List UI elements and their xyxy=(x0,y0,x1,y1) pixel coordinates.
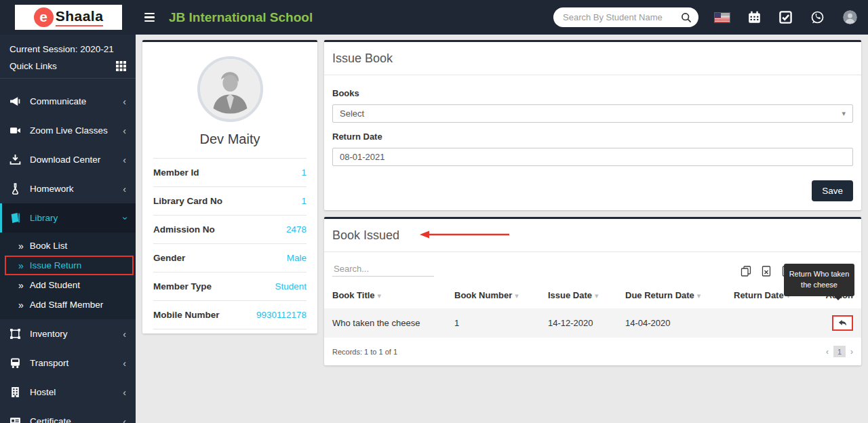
submenu-item-label: Add Staff Member xyxy=(30,300,104,310)
field-label: Gender xyxy=(153,253,185,263)
video-camera-icon xyxy=(9,125,21,136)
dropdown-caret-icon xyxy=(842,109,846,118)
save-button[interactable]: Save xyxy=(812,180,853,201)
user-avatar[interactable] xyxy=(843,10,857,24)
school-name: JB International School xyxy=(169,10,313,25)
col-book-number[interactable]: Book Number xyxy=(446,282,540,308)
chevron-left-icon xyxy=(123,126,126,136)
books-label: Books xyxy=(332,88,853,98)
field-label: Mobile Number xyxy=(153,310,220,320)
sidebar-item-communicate[interactable]: Communicate xyxy=(0,87,136,116)
col-due-return-date[interactable]: Due Return Date xyxy=(617,282,726,308)
top-header: e Shaala JB International School xyxy=(0,0,868,35)
chevron-left-icon xyxy=(123,359,126,368)
sidebar-item-hostel[interactable]: Hostel xyxy=(0,378,136,407)
cell-book-title: Who taken the cheese xyxy=(324,308,446,338)
books-select-value: Select xyxy=(340,108,364,119)
chevron-left-icon xyxy=(123,388,126,397)
cell-issue-date: 14-12-2020 xyxy=(540,308,617,338)
logo-text: Shaala xyxy=(56,8,104,26)
excel-export-icon[interactable] xyxy=(761,266,772,277)
table-row: Who taken the cheese 1 14-12-2020 14-04-… xyxy=(324,308,861,338)
grid-icon[interactable] xyxy=(116,61,126,71)
calendar-icon[interactable] xyxy=(748,11,761,24)
pagination-prev-icon[interactable] xyxy=(826,347,829,357)
profile-field: Mobile Number 9930112178 xyxy=(153,300,307,329)
sidebar: Current Session: 2020-21 Quick Links Com… xyxy=(0,35,136,423)
pagination-page-1[interactable]: 1 xyxy=(833,346,846,357)
sidebar-item-label: Zoom Live Classes xyxy=(30,125,123,136)
field-value: 9930112178 xyxy=(256,310,307,320)
main-content: Dev Maity Member Id 1 Library Card No 1 … xyxy=(136,35,868,423)
cell-due-return-date: 14-04-2020 xyxy=(617,308,726,338)
sort-icon xyxy=(697,291,701,300)
sort-icon xyxy=(595,291,599,300)
copy-icon[interactable] xyxy=(741,266,751,277)
library-submenu: Book List Issue Return Add Student Add S… xyxy=(0,233,136,319)
col-book-title[interactable]: Book Title xyxy=(324,282,446,308)
search-icon[interactable] xyxy=(681,12,692,23)
student-name: Dev Maity xyxy=(153,132,307,147)
book-issued-card: Book Issued xyxy=(324,217,861,365)
field-value: 2478 xyxy=(286,224,307,235)
sidebar-item-download-center[interactable]: Download Center xyxy=(0,145,136,174)
chevron-left-icon xyxy=(123,329,126,339)
submenu-item-label: Issue Return xyxy=(30,260,82,270)
hamburger-menu-icon[interactable] xyxy=(144,13,155,22)
profile-field: Admission No 2478 xyxy=(153,215,307,243)
flask-icon xyxy=(9,183,21,195)
field-value: Male xyxy=(287,253,307,263)
field-value: 1 xyxy=(301,167,307,178)
profile-field: Member Type Student xyxy=(153,272,307,300)
books-select[interactable]: Select xyxy=(332,104,853,123)
bus-icon xyxy=(9,357,21,369)
field-value: Student xyxy=(275,281,307,291)
col-issue-date[interactable]: Issue Date xyxy=(540,282,617,308)
submenu-item-add-staff-member[interactable]: Add Staff Member xyxy=(0,295,136,315)
task-check-icon[interactable] xyxy=(779,11,792,24)
sidebar-item-label: Hostel xyxy=(30,387,123,397)
student-search-input[interactable] xyxy=(563,12,681,22)
sidebar-item-library[interactable]: Library xyxy=(0,203,136,233)
table-search-input[interactable] xyxy=(332,262,434,277)
pagination-next-icon[interactable] xyxy=(850,347,853,357)
cell-return-date xyxy=(726,308,814,338)
sidebar-item-transport[interactable]: Transport xyxy=(0,348,136,378)
sidebar-item-homework[interactable]: Homework xyxy=(0,174,136,203)
language-flag-icon[interactable] xyxy=(715,13,730,22)
sidebar-item-inventory[interactable]: Inventory xyxy=(0,319,136,348)
whatsapp-icon[interactable] xyxy=(810,10,825,24)
field-label: Admission No xyxy=(153,224,215,235)
app-logo[interactable]: e Shaala xyxy=(15,5,122,30)
student-search-box[interactable] xyxy=(553,7,698,27)
issue-book-card: Issue Book Books Select Return Date Save xyxy=(324,40,861,210)
building-icon xyxy=(9,386,21,398)
submenu-item-add-student[interactable]: Add Student xyxy=(0,275,136,295)
field-label: Library Card No xyxy=(153,196,222,206)
sidebar-item-label: Certificate xyxy=(30,416,123,423)
book-issued-title: Book Issued xyxy=(332,228,399,243)
sidebar-item-label: Library xyxy=(30,213,123,223)
profile-field: Library Card No 1 xyxy=(153,186,307,215)
student-profile-card: Dev Maity Member Id 1 Library Card No 1 … xyxy=(142,40,317,334)
submenu-item-book-list[interactable]: Book List xyxy=(0,236,136,256)
quick-links-label: Quick Links xyxy=(9,61,57,71)
sidebar-item-certificate[interactable]: Certificate xyxy=(0,407,136,423)
return-tooltip: Return Who taken the cheese xyxy=(784,264,854,296)
annotation-red-arrow xyxy=(420,230,512,242)
chevron-left-icon xyxy=(123,97,126,106)
submenu-item-issue-return[interactable]: Issue Return xyxy=(5,256,134,275)
quick-links[interactable]: Quick Links xyxy=(9,61,126,71)
issued-books-table: Book Title Book Number Issue Date Due Re… xyxy=(324,282,861,338)
sidebar-item-zoom-live-classes[interactable]: Zoom Live Classes xyxy=(0,116,136,145)
download-icon xyxy=(9,154,21,165)
return-date-input[interactable] xyxy=(340,152,846,162)
return-book-button[interactable] xyxy=(832,315,853,331)
submenu-item-label: Add Student xyxy=(30,280,80,290)
return-date-label: Return Date xyxy=(332,132,853,142)
sort-icon xyxy=(515,291,519,300)
profile-field: Member Id 1 xyxy=(153,158,307,186)
sidebar-item-label: Inventory xyxy=(30,329,123,339)
profile-field: Gender Male xyxy=(153,243,307,272)
sidebar-item-label: Download Center xyxy=(30,155,123,165)
